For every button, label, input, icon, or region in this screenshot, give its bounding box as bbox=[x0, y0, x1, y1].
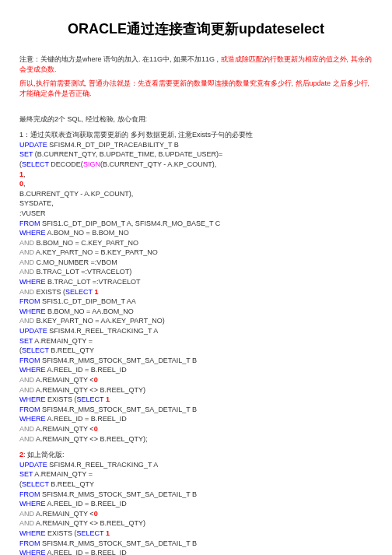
kw: AND bbox=[19, 317, 34, 325]
kw: SELECT bbox=[77, 529, 104, 537]
txt: SFIS1.C_DT_DIP_BOM_T AA bbox=[40, 297, 136, 305]
txt: A.REMAIN_QTY <> B.REEL_QTY) bbox=[34, 386, 145, 394]
page-title: ORACLE通过连接查询更新updateselect bbox=[19, 19, 373, 39]
kw: FROM bbox=[19, 539, 40, 547]
num: 1 bbox=[93, 288, 99, 296]
kw: WHERE bbox=[19, 549, 46, 555]
txt: A.REMAIN_QTY = bbox=[33, 470, 93, 478]
txt: (B.CURRENT_QTY, B.UPDATE_TIME, B.UPDATE_… bbox=[33, 150, 222, 158]
code-block-2: UPDATE SFISM4.R_REEL_TRACKING_T A SET A.… bbox=[19, 460, 373, 555]
txt: A.REMAIN_QTY < bbox=[34, 425, 94, 433]
kw: UPDATE bbox=[19, 327, 47, 335]
num: 0 bbox=[94, 425, 98, 433]
kw: SET bbox=[19, 470, 33, 478]
kw: SELECT bbox=[65, 288, 93, 296]
txt: SFIS1.C_DT_DIP_BOM_T A, SFISM4.R_MO_BASE… bbox=[40, 220, 221, 227]
kw: WHERE bbox=[19, 500, 46, 508]
txt: SFISM4.R_MMS_STOCK_SMT_SA_DETAIL_T B bbox=[40, 490, 198, 498]
txt: , bbox=[23, 180, 26, 188]
txt: A.KEY_PART_NO = B.KEY_PART_NO bbox=[34, 248, 158, 256]
txt: B.BOM_NO = AA.BOM_NO bbox=[46, 307, 134, 315]
num: 1 bbox=[104, 529, 110, 537]
txt: (B.CURRENT_QTY - A.KP_COUNT), bbox=[100, 160, 216, 168]
kw: WHERE bbox=[19, 415, 46, 423]
kw: SELECT bbox=[22, 480, 49, 488]
txt: B.REEL_QTY bbox=[49, 480, 94, 488]
kw: AND bbox=[19, 386, 34, 394]
kw: SELECT bbox=[22, 160, 49, 168]
kw: AND bbox=[19, 435, 34, 443]
kw: SELECT bbox=[77, 395, 104, 403]
note-line-1: 注意：关键的地方是where 语句的加入. 在11G中, 如果不加11G , 或… bbox=[19, 54, 373, 74]
txt: SFISM4.R_MMS_STOCK_SMT_SA_DETAIL_T B bbox=[40, 357, 198, 364]
txt: B.KEY_PART_NO = AA.KEY_PART_NO) bbox=[34, 317, 165, 325]
kw: UPDATE bbox=[19, 141, 47, 149]
kw: AND bbox=[19, 376, 34, 384]
txt: A.REMAIN_QTY < bbox=[34, 510, 94, 518]
txt: : 如上简化版: bbox=[23, 451, 65, 458]
kw: AND bbox=[19, 239, 34, 247]
txt: C.MO_NUMBER =:VBOM bbox=[34, 258, 117, 266]
txt: DECODE( bbox=[49, 160, 83, 168]
code-block-1: UPDATE SFISM4.R_DT_DIP_TRACEABILITY_T B … bbox=[19, 140, 373, 444]
txt: EXISTS ( bbox=[34, 288, 65, 296]
num: 0 bbox=[94, 510, 98, 518]
txt: B.CURRENT_QTY - A.KP_COUNT), bbox=[19, 190, 133, 198]
kw: SELECT bbox=[22, 346, 49, 354]
txt: A.REEL_ID = B.REEL_ID bbox=[46, 366, 127, 374]
txt: A.REMAIN_QTY < bbox=[34, 376, 94, 384]
kw: SET bbox=[19, 150, 33, 158]
txt: A.REEL_ID = B.REEL_ID bbox=[46, 549, 127, 555]
kw: WHERE bbox=[19, 307, 46, 315]
txt: SFISM4.R_REEL_TRACKING_T A bbox=[47, 461, 158, 469]
txt: :VUSER bbox=[19, 209, 46, 217]
txt: SFISM4.R_MMS_STOCK_SMT_SA_DETAIL_T B bbox=[40, 539, 198, 547]
txt: EXISTS ( bbox=[46, 529, 77, 537]
kw: AND bbox=[19, 288, 34, 296]
note1-prefix: 注意：关键的地方是where 语句的加入. 在11G中, 如果不加11G , bbox=[19, 55, 221, 63]
kw: FROM bbox=[19, 406, 40, 413]
kw: UPDATE bbox=[19, 461, 47, 469]
kw: AND bbox=[19, 425, 34, 433]
kw: WHERE bbox=[19, 395, 46, 403]
txt: B.REEL_QTY bbox=[49, 346, 94, 354]
kw: FROM bbox=[19, 297, 40, 305]
kw: AND bbox=[19, 248, 34, 256]
kw: WHERE bbox=[19, 529, 46, 537]
kw: WHERE bbox=[19, 278, 46, 286]
kw: SET bbox=[19, 337, 33, 345]
txt: , bbox=[23, 170, 26, 178]
txt: A.REEL_ID = B.REEL_ID bbox=[46, 500, 127, 508]
num: 1 bbox=[104, 395, 110, 403]
txt: B.TRAC_LOT =:VTRACELOT bbox=[46, 278, 141, 286]
num: 0 bbox=[94, 376, 98, 384]
section1-subtitle: 1：通过关联表查询获取需要更新的 多列 数据更新, 注意Exists子句的必要性 bbox=[19, 130, 373, 140]
txt: B.TRAC_LOT =:VTRACELOT) bbox=[34, 268, 131, 276]
txt: SFISM4.R_DT_DIP_TRACEABILITY_T B bbox=[47, 141, 179, 149]
txt: SFISM4.R_REEL_TRACKING_T A bbox=[47, 327, 158, 335]
note-line-2: 所以,执行前需要测试, 普通办法就是：先查看需要更新的数量即连接的数量究竟有多少… bbox=[19, 79, 373, 98]
kw: AND bbox=[19, 258, 34, 266]
kw: SIGN bbox=[83, 160, 100, 168]
kw: FROM bbox=[19, 357, 40, 364]
kw: AND bbox=[19, 519, 34, 527]
txt: SYSDATE, bbox=[19, 199, 54, 207]
kw: FROM bbox=[19, 220, 40, 227]
txt: A.REMAIN_QTY <> B.REEL_QTY); bbox=[34, 435, 147, 443]
section2-title: 2: 如上简化版: bbox=[19, 450, 373, 460]
txt: EXISTS ( bbox=[46, 395, 77, 403]
txt: SFISM4.R_MMS_STOCK_SMT_SA_DETAIL_T B bbox=[40, 406, 198, 413]
txt: A.BOM_NO = B.BOM_NO bbox=[46, 229, 129, 237]
txt: A.REEL_ID = B.REEL_ID bbox=[46, 415, 127, 423]
kw: FROM bbox=[19, 490, 40, 498]
kw: AND bbox=[19, 268, 34, 276]
txt: A.REMAIN_QTY <> B.REEL_QTY) bbox=[34, 519, 145, 527]
kw: WHERE bbox=[19, 229, 46, 237]
kw: AND bbox=[19, 510, 34, 518]
txt: B.BOM_NO = C.KEY_PART_NO bbox=[34, 239, 138, 247]
section1-title: 最终完成的2个 SQL, 经过检验, 放心食用: bbox=[19, 114, 373, 125]
txt: A.REMAIN_QTY = bbox=[33, 337, 93, 345]
kw: WHERE bbox=[19, 366, 46, 374]
